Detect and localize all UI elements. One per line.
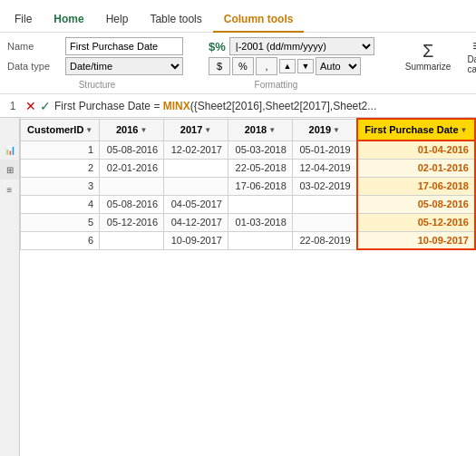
formula-bar: 1 ✕ ✓ First Purchase Date = MINX({Sheet2… <box>0 94 476 118</box>
table-row: 6 10-09-2017 22-08-2019 10-09-2017 <box>21 231 476 249</box>
dollar-btn[interactable]: $ <box>209 57 230 75</box>
tab-help[interactable]: Help <box>95 7 140 33</box>
summarize-btn[interactable]: Σ Summarize <box>400 39 457 73</box>
cell-2019-1: 05-01-2019 <box>292 141 356 159</box>
formula-rest: ({Sheet2[2016],Sheet2[2017],Sheet2... <box>190 100 377 112</box>
comma-btn[interactable]: , <box>256 57 277 75</box>
cell-2019-4 <box>292 195 356 213</box>
formatting-section-label: Formatting <box>188 80 364 90</box>
cell-id-2: 2 <box>21 159 100 177</box>
cell-fpd-3: 17-06-2018 <box>357 177 475 195</box>
table-wrapper: CustomerID ▼ 2016 ▼ 2017 ▼ <box>20 118 476 456</box>
col-header-fpd[interactable]: First Purchase Date ▼ <box>357 119 475 141</box>
cell-2016-1: 05-08-2016 <box>100 141 164 159</box>
auto-select[interactable]: Auto <box>316 57 361 75</box>
table-row: 5 05-12-2016 04-12-2017 01-03-2018 05-12… <box>21 213 476 231</box>
cell-2016-4: 05-08-2016 <box>100 195 164 213</box>
datatype-label: Data type <box>7 61 62 72</box>
datatype-select[interactable]: Date/time <box>65 57 183 75</box>
table-header-row: CustomerID ▼ 2016 ▼ 2017 ▼ <box>21 119 476 141</box>
table-row: 1 05-08-2016 12-02-2017 05-03-2018 05-01… <box>21 141 476 159</box>
cell-2018-4 <box>228 195 292 213</box>
2016-label: 2016 <box>116 124 138 135</box>
cell-2018-1: 05-03-2018 <box>228 141 292 159</box>
name-input[interactable] <box>65 37 183 55</box>
cell-2019-5 <box>292 213 356 231</box>
table-row: 2 02-01-2016 22-05-2018 12-04-2019 02-01… <box>21 159 476 177</box>
chart-view-icon[interactable]: 📊 <box>0 140 19 160</box>
customerid-label: CustomerID <box>27 124 83 135</box>
customerid-dropdown-arrow[interactable]: ▼ <box>85 126 92 134</box>
col-header-customerid[interactable]: CustomerID ▼ <box>21 119 100 141</box>
formula-number: 1 <box>4 100 22 112</box>
cell-fpd-2: 02-01-2016 <box>357 159 475 177</box>
formula-equals: = <box>153 100 162 112</box>
cell-id-3: 3 <box>21 177 100 195</box>
cell-2016-5: 05-12-2016 <box>100 213 164 231</box>
col-header-2019[interactable]: 2019 ▼ <box>292 119 356 141</box>
formula-func: MINX <box>163 100 190 112</box>
cell-2018-2: 22-05-2018 <box>228 159 292 177</box>
cell-2018-5: 01-03-2018 <box>228 213 292 231</box>
cell-2018-3: 17-06-2018 <box>228 177 292 195</box>
cell-2017-1: 12-02-2017 <box>164 141 228 159</box>
cell-fpd-4: 05-08-2016 <box>357 195 475 213</box>
cell-fpd-6: 10-09-2017 <box>357 231 475 249</box>
summarize-label: Summarize <box>405 62 452 72</box>
formula-cancel-btn[interactable]: ✕ <box>25 99 36 113</box>
list-view-icon[interactable]: ≡ <box>0 179 19 199</box>
name-label: Name <box>7 41 62 52</box>
cell-2016-3 <box>100 177 164 195</box>
col-header-2017[interactable]: 2017 ▼ <box>164 119 228 141</box>
table-view-icon[interactable]: ⊞ <box>0 160 19 179</box>
row-icons-panel: 📊 ⊞ ≡ <box>0 118 20 456</box>
cell-id-1: 1 <box>21 141 100 159</box>
cell-2016-6 <box>100 231 164 249</box>
formula-content: First Purchase Date = MINX({Sheet2[2016]… <box>54 100 472 112</box>
cell-2017-2 <box>164 159 228 177</box>
formula-confirm-btn[interactable]: ✓ <box>40 99 51 113</box>
table-area: 📊 ⊞ ≡ CustomerID ▼ 2016 ▼ <box>0 118 476 456</box>
decimal-up-btn[interactable]: ▲ <box>279 59 296 73</box>
ribbon: Name Data type Date/time $% |-2001 (dd/m… <box>0 33 476 94</box>
data-category-icon: ≡ <box>472 38 476 54</box>
2017-label: 2017 <box>180 124 202 135</box>
cell-2017-3 <box>164 177 228 195</box>
data-category-label: Data cate <box>467 54 476 74</box>
cell-2019-2: 12-04-2019 <box>292 159 356 177</box>
structure-section-label: Structure <box>7 80 187 90</box>
tab-table-tools[interactable]: Table tools <box>139 7 212 33</box>
cell-2018-6 <box>228 231 292 249</box>
cell-2019-3: 03-02-2019 <box>292 177 356 195</box>
cell-id-4: 4 <box>21 195 100 213</box>
cell-2017-5: 04-12-2017 <box>164 213 228 231</box>
data-table: CustomerID ▼ 2016 ▼ 2017 ▼ <box>20 118 476 250</box>
cell-id-6: 6 <box>21 231 100 249</box>
formula-column-name: First Purchase Date <box>54 100 151 112</box>
2019-label: 2019 <box>309 124 331 135</box>
tab-home[interactable]: Home <box>43 7 94 33</box>
fpd-dropdown-arrow[interactable]: ▼ <box>461 126 468 134</box>
2019-dropdown-arrow[interactable]: ▼ <box>333 126 340 134</box>
tab-column-tools[interactable]: Column tools <box>213 7 305 33</box>
data-category-btn[interactable]: ≡ Data cate <box>463 36 476 76</box>
dollar-sign-label: $% <box>209 40 226 53</box>
cell-2019-6: 22-08-2019 <box>292 231 356 249</box>
2016-dropdown-arrow[interactable]: ▼ <box>140 126 147 134</box>
2018-dropdown-arrow[interactable]: ▼ <box>268 126 276 134</box>
2018-label: 2018 <box>245 124 267 135</box>
cell-fpd-1: 01-04-2016 <box>357 141 475 159</box>
cell-2016-2: 02-01-2016 <box>100 159 164 177</box>
cell-id-5: 5 <box>21 213 100 231</box>
cell-2017-6: 10-09-2017 <box>164 231 228 249</box>
tab-bar: File Home Help Table tools Column tools <box>0 0 476 33</box>
col-header-2018[interactable]: 2018 ▼ <box>228 119 292 141</box>
decimal-down-btn[interactable]: ▼ <box>297 59 314 73</box>
2017-dropdown-arrow[interactable]: ▼ <box>204 126 211 134</box>
cell-fpd-5: 05-12-2016 <box>357 213 475 231</box>
format-select[interactable]: |-2001 (dd/mm/yyyy) <box>229 37 374 55</box>
table-row: 4 05-08-2016 04-05-2017 05-08-2016 <box>21 195 476 213</box>
percent-btn[interactable]: % <box>232 57 254 75</box>
col-header-2016[interactable]: 2016 ▼ <box>100 119 164 141</box>
tab-file[interactable]: File <box>4 7 43 33</box>
